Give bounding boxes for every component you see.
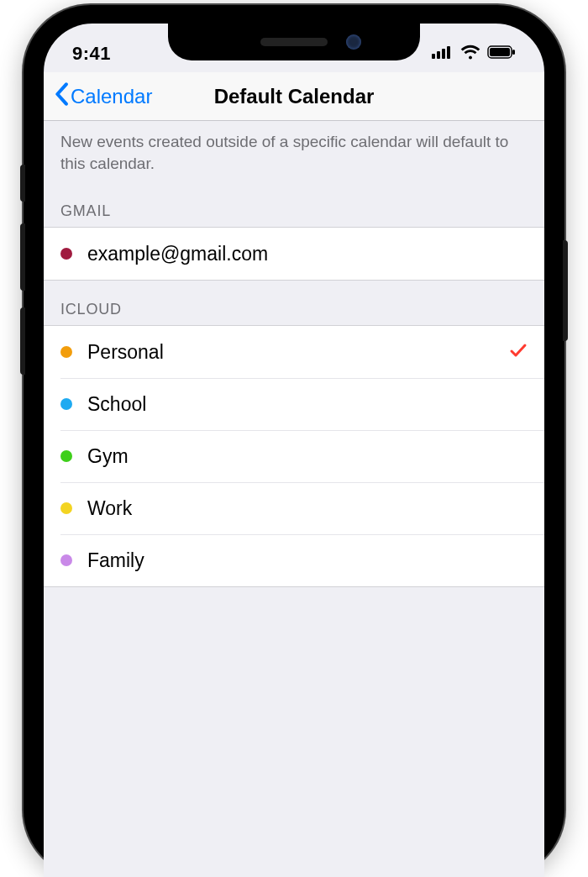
svg-rect-0 [432,54,435,59]
back-label: Calendar [71,85,152,108]
power-button [563,240,568,341]
svg-rect-5 [490,48,510,56]
calendar-label: Personal [87,341,164,364]
calendar-label: School [87,393,146,416]
front-camera [346,34,361,50]
phone-frame: 9:41 Calendar Default Calendar [24,5,564,877]
volume-up-button [20,223,25,291]
dot-icon [60,248,72,260]
wifi-icon [460,45,480,63]
checkmark-icon [509,341,528,363]
list-icloud: Personal School Gym Work Family [44,325,544,587]
speaker-grill [260,38,328,46]
calendar-row-personal[interactable]: Personal [44,326,544,378]
cellular-icon [432,45,454,62]
dot-icon [60,502,72,514]
back-button[interactable]: Calendar [54,82,152,111]
calendar-row-family[interactable]: Family [44,534,544,586]
dot-icon [60,554,72,566]
mute-switch [20,165,25,202]
calendar-label: example@gmail.com [87,243,268,265]
volume-down-button [20,307,25,375]
calendar-label: Work [87,497,132,520]
calendar-label: Family [87,549,144,572]
svg-rect-2 [442,49,445,59]
calendar-row-school[interactable]: School [44,378,544,430]
notch [168,24,420,60]
calendar-row-work[interactable]: Work [44,482,544,534]
dot-icon [60,398,72,410]
dot-icon [60,450,72,462]
svg-rect-3 [447,46,450,59]
section-header-gmail: GMAIL [44,182,544,227]
section-header-icloud: ICLOUD [44,281,544,325]
screen: 9:41 Calendar Default Calendar [44,24,544,877]
calendar-label: Gym [87,445,129,468]
status-time: 9:41 [72,43,111,65]
calendar-row-gmail-0[interactable]: example@gmail.com [44,228,544,280]
svg-rect-1 [437,51,440,59]
nav-bar: Calendar Default Calendar [44,72,544,121]
chevron-left-icon [54,82,69,111]
battery-icon [487,45,516,62]
dot-icon [60,346,72,358]
list-gmail: example@gmail.com [44,227,544,281]
svg-rect-6 [512,50,515,55]
calendar-row-gym[interactable]: Gym [44,430,544,482]
screen-description: New events created outside of a specific… [44,121,544,182]
